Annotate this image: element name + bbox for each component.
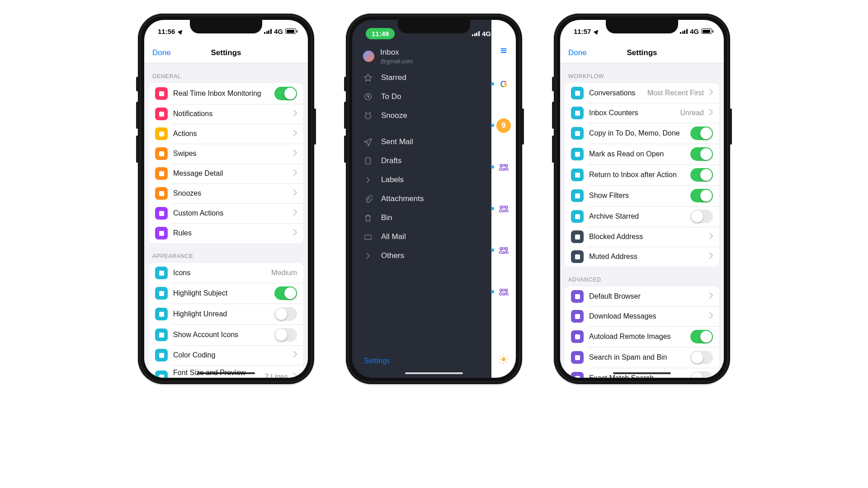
drawer-view: 11:49 4G Inbox @gmail.com StarredTo DoSn… xyxy=(352,20,516,378)
settings-row[interactable]: Custom Actions xyxy=(149,203,303,223)
toggle[interactable] xyxy=(690,147,713,161)
grid-icon xyxy=(155,207,168,220)
done-button[interactable]: Done xyxy=(568,48,587,57)
home-indicator[interactable] xyxy=(613,372,671,374)
row-label: Actions xyxy=(173,130,288,138)
peek-avatar[interactable]: 9 xyxy=(496,118,511,133)
conv-icon xyxy=(571,87,584,99)
avatar xyxy=(363,51,374,62)
toggle[interactable] xyxy=(690,371,713,378)
inbox-peek[interactable]: G9gogcomgogcomgogcomgogcom xyxy=(491,20,516,378)
settings-row[interactable]: Snoozes xyxy=(149,183,303,203)
toggle[interactable] xyxy=(274,328,297,342)
toggle[interactable] xyxy=(690,351,713,364)
settings-row[interactable]: Font Size and Preview Lines2 Lines xyxy=(149,365,303,378)
row-label: Return to Inbox after Action xyxy=(589,171,685,179)
settings-row[interactable]: Color Coding xyxy=(149,345,303,365)
settings-row[interactable]: Message Detail xyxy=(149,164,303,183)
drawer-label: Others xyxy=(381,251,404,260)
screen-1: 11:56 4G Done Settings GENERAL Real Time… xyxy=(144,20,308,378)
toggle[interactable] xyxy=(690,330,713,343)
return-icon xyxy=(571,169,584,181)
settings-row[interactable]: Rules xyxy=(149,223,303,243)
search-icon xyxy=(571,372,584,378)
chevron-right-icon xyxy=(293,209,297,217)
peek-avatar[interactable]: gogcom xyxy=(496,243,511,258)
phone-2: 11:49 4G Inbox @gmail.com StarredTo DoSn… xyxy=(346,14,522,384)
row-value: Medium xyxy=(271,269,297,277)
toggle[interactable] xyxy=(274,307,297,321)
palette-icon xyxy=(155,349,168,361)
alarm-icon xyxy=(363,111,373,120)
settings-row[interactable]: Highlight Subject xyxy=(149,283,303,304)
status-time-pill[interactable]: 11:49 xyxy=(366,28,395,39)
settings-row[interactable]: Default Browser xyxy=(565,286,719,306)
trash-icon xyxy=(363,213,373,222)
settings-row[interactable]: Show Filters xyxy=(565,185,719,206)
remote-icon xyxy=(571,330,584,343)
settings-row[interactable]: Download Messages xyxy=(565,306,719,326)
peek-avatar[interactable]: gogcom xyxy=(496,160,511,174)
status-time: 11:56 xyxy=(158,28,175,35)
settings-row[interactable]: ConversationsMost Recent First xyxy=(565,83,719,103)
row-label: Icons xyxy=(173,269,266,277)
settings-row[interactable]: Autoload Remote Images xyxy=(565,326,719,347)
settings-row[interactable]: Blocked Address xyxy=(565,227,719,247)
row-value: Most Recent First xyxy=(647,89,704,97)
menu-icon[interactable] xyxy=(499,45,508,57)
row-label: Highlight Unread xyxy=(173,310,269,318)
settings-row[interactable]: Swipes xyxy=(149,144,303,164)
peek-avatar[interactable]: G xyxy=(496,77,511,91)
settings-row[interactable]: Return to Inbox after Action xyxy=(565,164,719,185)
settings-row[interactable]: Real Time Inbox Monitoring xyxy=(149,83,303,104)
workflow-header: WORKFLOW xyxy=(560,63,724,83)
lines-icon xyxy=(155,371,168,378)
row-label: Show Account Icons xyxy=(173,331,269,339)
toggle[interactable] xyxy=(274,87,297,100)
settings-row[interactable]: Show Account Icons xyxy=(149,324,303,345)
drawer-label: Starred xyxy=(381,73,406,82)
row-label: Mark as Read on Open xyxy=(589,150,685,158)
row-value: Unread xyxy=(680,109,704,117)
peek-avatar[interactable]: gogcom xyxy=(496,202,511,216)
shield-icon xyxy=(571,230,584,243)
settings-link[interactable]: Settings xyxy=(364,357,390,365)
toggle[interactable] xyxy=(274,286,297,300)
settings-row[interactable]: IconsMedium xyxy=(149,263,303,283)
toggle[interactable] xyxy=(690,168,713,182)
peek-avatar[interactable]: gogcom xyxy=(496,285,511,299)
signal-icon xyxy=(472,31,480,36)
settings-row[interactable]: Muted Address xyxy=(565,247,719,267)
toggle[interactable] xyxy=(690,210,713,223)
home-indicator[interactable] xyxy=(405,372,463,374)
settings-row[interactable]: Inbox CountersUnread xyxy=(565,103,719,123)
settings-row[interactable]: Copy in To Do, Memo, Done xyxy=(565,123,719,144)
starbox-icon xyxy=(571,210,584,223)
settings-row[interactable]: Notifications xyxy=(149,104,303,124)
notch xyxy=(190,20,262,33)
screen-3: 11:57 4G Done Settings WORKFLOW Conversa… xyxy=(560,20,724,378)
settings-scroll[interactable]: GENERAL Real Time Inbox MonitoringNotifi… xyxy=(144,63,308,378)
toggle[interactable] xyxy=(690,127,713,140)
home-indicator[interactable] xyxy=(197,372,255,374)
row-label: Autoload Remote Images xyxy=(589,333,685,341)
row-label: Swipes xyxy=(173,150,288,158)
settings-row[interactable]: Mark as Read on Open xyxy=(565,144,719,164)
chevron-right-icon xyxy=(293,373,297,378)
battery-icon xyxy=(285,28,296,34)
done-button[interactable]: Done xyxy=(152,48,171,57)
settings-scroll[interactable]: WORKFLOW ConversationsMost Recent FirstI… xyxy=(560,63,724,378)
signal-icon xyxy=(680,29,688,34)
row-label: Custom Actions xyxy=(173,209,288,217)
search-icon xyxy=(571,351,584,364)
network-label: 4G xyxy=(690,28,699,35)
a-icon xyxy=(155,308,168,320)
counter-icon xyxy=(571,107,584,119)
settings-row[interactable]: Actions xyxy=(149,124,303,144)
toggle[interactable] xyxy=(690,189,713,202)
settings-row[interactable]: Archive Starred xyxy=(565,206,719,227)
settings-row[interactable]: Highlight Unread xyxy=(149,304,303,324)
settings-row[interactable]: Search in Spam and Bin xyxy=(565,347,719,368)
theme-icon[interactable] xyxy=(499,354,509,366)
drawer-label: Labels xyxy=(381,175,404,184)
